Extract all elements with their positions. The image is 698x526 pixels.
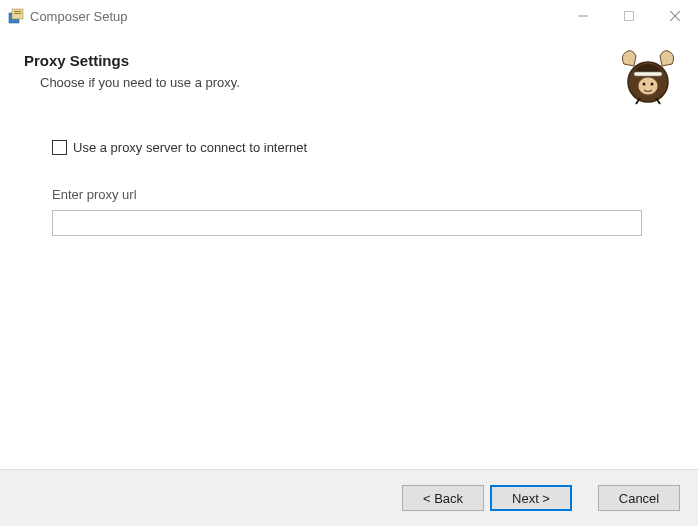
window: Composer Setup Proxy Settings Choose if … bbox=[0, 0, 698, 526]
installer-icon bbox=[8, 8, 24, 24]
header: Proxy Settings Choose if you need to use… bbox=[0, 32, 698, 100]
composer-logo-icon bbox=[616, 46, 680, 110]
back-button[interactable]: < Back bbox=[402, 485, 484, 511]
proxy-checkbox-row[interactable]: Use a proxy server to connect to interne… bbox=[52, 140, 658, 155]
svg-rect-5 bbox=[625, 12, 634, 21]
minimize-button[interactable] bbox=[560, 0, 606, 32]
svg-point-11 bbox=[651, 83, 654, 86]
svg-point-9 bbox=[638, 77, 658, 95]
proxy-checkbox-label: Use a proxy server to connect to interne… bbox=[73, 140, 307, 155]
window-title: Composer Setup bbox=[30, 9, 128, 24]
footer: < Back Next > Cancel bbox=[0, 470, 698, 526]
svg-rect-2 bbox=[14, 11, 21, 12]
svg-rect-12 bbox=[634, 72, 662, 76]
nav-button-group: < Back Next > bbox=[402, 485, 572, 511]
content: Use a proxy server to connect to interne… bbox=[0, 100, 698, 469]
page-subtitle: Choose if you need to use a proxy. bbox=[40, 75, 674, 90]
proxy-url-label: Enter proxy url bbox=[52, 187, 658, 202]
proxy-checkbox[interactable] bbox=[52, 140, 67, 155]
cancel-button[interactable]: Cancel bbox=[598, 485, 680, 511]
titlebar: Composer Setup bbox=[0, 0, 698, 32]
next-button[interactable]: Next > bbox=[490, 485, 572, 511]
svg-point-10 bbox=[643, 83, 646, 86]
proxy-url-input[interactable] bbox=[52, 210, 642, 236]
page-title: Proxy Settings bbox=[24, 52, 674, 69]
window-controls bbox=[560, 0, 698, 32]
close-button[interactable] bbox=[652, 0, 698, 32]
maximize-button[interactable] bbox=[606, 0, 652, 32]
svg-rect-3 bbox=[14, 13, 21, 14]
